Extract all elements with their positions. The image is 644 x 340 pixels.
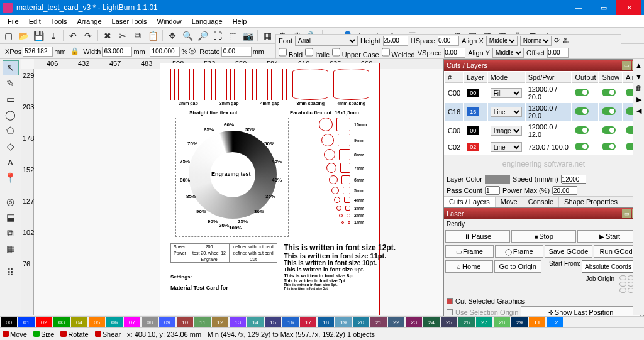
redo-icon[interactable]: ↷: [81, 29, 95, 43]
alignx-select[interactable]: Middle: [486, 36, 518, 46]
output-toggle[interactable]: [575, 143, 589, 150]
offset-tool[interactable]: ◎: [3, 194, 19, 209]
preview-icon[interactable]: ▦: [260, 29, 274, 43]
color-chip[interactable]: 26: [458, 317, 475, 327]
minimize-button[interactable]: —: [566, 0, 591, 15]
mode-select[interactable]: Fill: [491, 88, 522, 98]
color-chip[interactable]: 04: [71, 317, 87, 327]
up-arrow-icon[interactable]: ▲: [635, 62, 643, 70]
weld-tool[interactable]: ⬓: [3, 210, 19, 225]
polygon-tool[interactable]: ⬠: [3, 123, 19, 138]
grid-tool[interactable]: ⠿: [3, 265, 19, 280]
zoom-in-icon[interactable]: 🔍: [180, 29, 194, 43]
cut-selected-check[interactable]: [447, 298, 453, 304]
trash-icon[interactable]: 🗑: [635, 84, 643, 93]
color-chip[interactable]: 21: [370, 317, 387, 327]
vspace[interactable]: [444, 48, 465, 58]
use-selection-check[interactable]: [447, 309, 453, 315]
edit-nodes-tool[interactable]: ◇: [3, 139, 19, 154]
frame-circle-button[interactable]: ◯ Frame: [495, 245, 543, 258]
xpos-input[interactable]: [23, 47, 53, 57]
color-chip[interactable]: 17: [300, 317, 316, 327]
color-chip[interactable]: 14: [247, 317, 264, 327]
bold-check[interactable]: [279, 47, 287, 57]
new-icon[interactable]: ▢: [1, 29, 15, 43]
color-chip[interactable]: 18: [318, 317, 334, 327]
copy-icon[interactable]: ⧉: [131, 29, 145, 43]
output-toggle[interactable]: [575, 107, 589, 115]
color-chip[interactable]: 11: [194, 317, 211, 327]
frame-rect-button[interactable]: ▭ Frame: [445, 245, 494, 258]
goto-origin-button[interactable]: Go to Origin: [494, 260, 542, 273]
panel-float-button[interactable]: ▭: [622, 61, 631, 70]
lock-icon[interactable]: 🔒: [70, 47, 79, 55]
maximize-button[interactable]: ▭: [591, 0, 616, 15]
laser-float-button[interactable]: ▭: [622, 209, 631, 218]
color-chip[interactable]: 27: [476, 317, 492, 327]
color-chip[interactable]: 24: [423, 317, 440, 327]
layer-row[interactable]: C0000 Image 12000.0 / 12.0: [445, 122, 642, 140]
color-chip[interactable]: 08: [142, 317, 158, 327]
color-chip[interactable]: 13: [230, 317, 246, 327]
array-tool[interactable]: ▦: [3, 241, 19, 256]
show-toggle[interactable]: [602, 107, 616, 115]
menu-edit[interactable]: Edit: [24, 18, 46, 25]
menu-tools[interactable]: Tools: [46, 18, 72, 25]
color-chip[interactable]: 22: [388, 317, 404, 327]
mode-select[interactable]: Image: [491, 126, 522, 136]
menu-arrange[interactable]: Arrange: [72, 18, 106, 25]
delete-icon[interactable]: ✖: [101, 29, 114, 43]
tab-move[interactable]: Move: [496, 197, 523, 207]
color-chip[interactable]: 15: [265, 317, 281, 327]
menu-file[interactable]: File: [3, 18, 24, 25]
color-chip[interactable]: 01: [18, 317, 35, 327]
zoom-out-icon[interactable]: 🔎: [196, 29, 209, 43]
mode-select[interactable]: Line: [491, 142, 522, 152]
menu-language[interactable]: Language: [187, 18, 228, 25]
pan-icon[interactable]: ✥: [165, 29, 179, 43]
upper-check[interactable]: [332, 47, 340, 57]
color-chip[interactable]: 10: [177, 317, 193, 327]
printer-icon[interactable]: 🖶: [562, 37, 569, 45]
boolean-tool[interactable]: ⧉: [3, 226, 19, 241]
right-arrow-icon[interactable]: ▶: [635, 96, 643, 104]
save-icon[interactable]: 💾: [31, 29, 45, 43]
marker-tool[interactable]: 📍: [3, 170, 19, 185]
layer-color-swatch[interactable]: [485, 175, 510, 184]
menu-window[interactable]: Window: [152, 18, 187, 25]
color-chip[interactable]: T1: [529, 317, 545, 327]
color-chip[interactable]: 05: [89, 317, 105, 327]
layer-row[interactable]: C0202 Line 720.0 / 100.0: [445, 141, 642, 153]
paste-icon[interactable]: 📋: [146, 29, 160, 43]
offset[interactable]: [547, 48, 569, 58]
color-chip[interactable]: 02: [36, 317, 52, 327]
speed-input[interactable]: [561, 175, 586, 184]
close-button[interactable]: ✕: [616, 0, 641, 15]
font-select[interactable]: Arial: [295, 36, 358, 46]
home-button[interactable]: ⌂ Home: [445, 260, 493, 273]
passcount-input[interactable]: [485, 186, 500, 195]
left-arrow-icon[interactable]: ◀: [635, 107, 643, 116]
color-chip[interactable]: 20: [353, 317, 369, 327]
select-tool[interactable]: ↖: [3, 60, 19, 75]
font-height[interactable]: [383, 36, 408, 46]
select-frame-icon[interactable]: ⬚: [226, 29, 240, 43]
tab-shape-props[interactable]: Shape Properties: [559, 197, 623, 207]
cut-icon[interactable]: ✂: [116, 29, 130, 43]
color-chip[interactable]: 03: [53, 317, 70, 327]
output-toggle[interactable]: [575, 126, 589, 134]
import-icon[interactable]: ⤓: [47, 29, 60, 43]
rect-tool[interactable]: ▭: [3, 92, 19, 107]
color-chip[interactable]: 16: [282, 317, 299, 327]
color-chip[interactable]: 23: [406, 317, 422, 327]
mode-select[interactable]: Line: [491, 107, 522, 117]
hspace[interactable]: [438, 36, 459, 46]
open-icon[interactable]: 📂: [16, 29, 30, 43]
w100-input[interactable]: [150, 47, 180, 57]
draw-tool[interactable]: ✎: [3, 76, 19, 91]
scale9-icon[interactable]: ⦾: [189, 46, 196, 57]
engraving-wheel-selection[interactable]: Engraving test 60% 55% 50% 45% 40% 35% 3…: [175, 118, 289, 237]
welded-check[interactable]: [382, 47, 390, 57]
canvas[interactable]: 406432 457483 508533 559584 610635 660 2…: [21, 59, 443, 315]
color-chip[interactable]: 29: [511, 317, 528, 327]
